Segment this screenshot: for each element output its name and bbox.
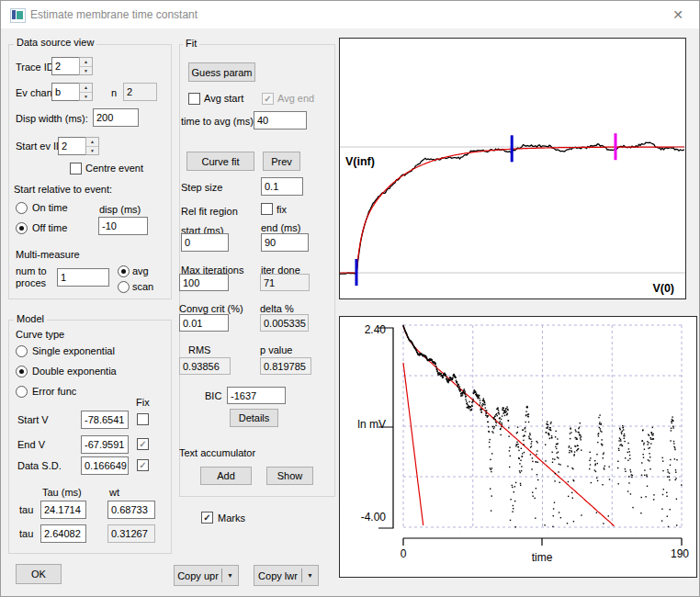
marks-checkbox[interactable]: ✓ (201, 512, 213, 524)
x-axis-label: time (525, 551, 559, 564)
n-label: n (111, 87, 117, 99)
start-v-fix-checkbox[interactable] (137, 413, 149, 425)
x-tick-left: 0 (397, 547, 410, 560)
chart-upper-trace[interactable]: V(inf) V(0) (339, 38, 686, 299)
start-v-input[interactable]: -78.6541 (81, 411, 129, 429)
disp-width-label: Disp width (ms): (16, 113, 88, 125)
close-icon[interactable]: ✕ (657, 1, 699, 28)
convg-crit-input[interactable]: 0.01 (179, 314, 229, 332)
prev-button[interactable]: Prev (263, 152, 300, 171)
wt1-input[interactable]: 0.68733 (107, 501, 155, 519)
v-zero-label: V(0) (652, 282, 674, 295)
avg-start-label: Avg start (204, 93, 243, 105)
tau2-label: tau (19, 528, 33, 540)
time-to-avg-input[interactable]: 40 (254, 111, 307, 130)
end-v-fix-checkbox[interactable]: ✓ (137, 438, 149, 450)
curve-fit-button[interactable]: Curve fit (186, 152, 254, 171)
data-sd-fix-checkbox[interactable]: ✓ (137, 459, 149, 471)
dropdown-arrow-icon[interactable]: ▼ (222, 566, 238, 585)
copy-upr-caption[interactable]: Copy upr (175, 566, 221, 585)
show-button[interactable]: Show (266, 467, 313, 485)
details-button[interactable]: Details (230, 409, 278, 427)
tau1-input[interactable]: 24.1714 (40, 501, 86, 519)
add-button[interactable]: Add (200, 467, 252, 485)
time-to-avg-label: time to avg (ms) (181, 116, 254, 128)
fix-column-label: Fix (136, 397, 150, 409)
tau-header: Tau (ms) (42, 487, 82, 499)
wt-header: wt (109, 487, 119, 499)
num-to-label: num to (16, 265, 47, 277)
centre-event-checkbox[interactable] (70, 163, 82, 175)
p-value-label: p value (260, 344, 292, 356)
num-to-proces-input[interactable]: 1 (57, 268, 109, 287)
end-v-input[interactable]: -67.9591 (81, 435, 129, 454)
down-arrow-icon[interactable]: ▼ (80, 67, 92, 75)
avg-end-checkbox: ✓ (262, 93, 274, 105)
iter-done-field: 71 (260, 274, 310, 291)
step-size-label: Step size (181, 182, 222, 194)
p-value-field: 0.819785 (260, 357, 311, 375)
centre-event-label: Centre event (85, 163, 143, 175)
trace-id-spinner[interactable]: ▲ ▼ (79, 57, 93, 75)
scan-radio[interactable] (118, 281, 130, 293)
down-arrow-icon[interactable]: ▼ (80, 93, 92, 101)
avg-start-checkbox[interactable] (188, 93, 200, 105)
trace-id-label: Trace ID (16, 62, 54, 73)
rms-label: RMS (188, 344, 210, 356)
avg-radio[interactable] (118, 265, 130, 277)
max-iterations-input[interactable]: 100 (179, 274, 229, 291)
title-bar: Estimate membrane time constant ✕ (1, 1, 699, 28)
down-arrow-icon[interactable]: ▼ (86, 147, 98, 155)
error-func-radio[interactable] (16, 386, 28, 398)
group-data-source-title: Data source view (14, 37, 96, 49)
chart-lower-semilog[interactable]: 2.40 ln mV -4.00 0 time 190 (339, 316, 697, 578)
delta-field: 0.005335 (260, 314, 309, 332)
curve-type-label: Curve type (16, 329, 64, 341)
proces-label: proces (16, 277, 46, 289)
marks-label: Marks (218, 513, 245, 524)
v-inf-label: V(inf) (345, 155, 375, 168)
off-time-label: Off time (32, 222, 67, 234)
trace-id-input[interactable]: 2 (51, 57, 80, 75)
double-exponential-radio[interactable] (16, 366, 28, 377)
check-icon: ✓ (264, 95, 271, 104)
off-time-radio[interactable] (16, 222, 28, 234)
on-time-label: On time (32, 202, 68, 214)
start-ev-id-input[interactable]: 2 (58, 137, 86, 155)
check-icon: ✓ (203, 513, 210, 523)
group-fit-title: Fit (183, 38, 199, 50)
tau2-input[interactable]: 2.64082 (40, 524, 86, 543)
disp-width-input[interactable]: 200 (93, 108, 139, 127)
up-arrow-icon[interactable]: ▲ (86, 138, 98, 147)
ok-button[interactable]: OK (16, 564, 62, 584)
y-tick-bottom: -4.00 (356, 511, 386, 524)
ev-chan-input[interactable]: b (51, 83, 80, 101)
single-exponential-radio[interactable] (16, 345, 28, 357)
disp-ms-input[interactable]: -10 (98, 217, 148, 235)
fit-end-input[interactable]: 90 (261, 233, 309, 252)
data-sd-label: Data S.D. (17, 460, 62, 472)
up-arrow-icon[interactable]: ▲ (80, 58, 92, 67)
ev-chan-label: Ev chan (16, 87, 52, 99)
start-relative-label: Start relative to event: (14, 184, 112, 196)
copy-lwr-caption[interactable]: Copy lwr (254, 566, 301, 585)
guess-param-button[interactable]: Guess param (188, 62, 255, 82)
copy-upr-button[interactable]: Copy upr ▼ (174, 565, 239, 586)
group-model-title: Model (14, 313, 47, 325)
fit-start-input[interactable]: 0 (181, 233, 229, 252)
start-ev-id-spinner[interactable]: ▲ ▼ (85, 137, 99, 155)
window-title: Estimate membrane time constant (30, 8, 198, 21)
disp-ms-label: disp (ms) (99, 204, 141, 216)
bic-field[interactable]: -1637 (227, 387, 286, 404)
fix-checkbox[interactable] (261, 203, 273, 215)
upper-plot (340, 39, 685, 298)
copy-lwr-button[interactable]: Copy lwr ▼ (254, 565, 319, 586)
dropdown-arrow-icon[interactable]: ▼ (302, 566, 318, 585)
text-accumulator-label: Text accumulator (179, 447, 255, 459)
data-sd-input[interactable]: 0.166649 (81, 456, 129, 475)
on-time-radio[interactable] (16, 202, 28, 214)
step-size-input[interactable]: 0.1 (261, 177, 303, 196)
up-arrow-icon[interactable]: ▲ (80, 84, 92, 93)
check-icon: ✓ (139, 440, 146, 449)
ev-chan-spinner[interactable]: ▲ ▼ (79, 83, 93, 101)
